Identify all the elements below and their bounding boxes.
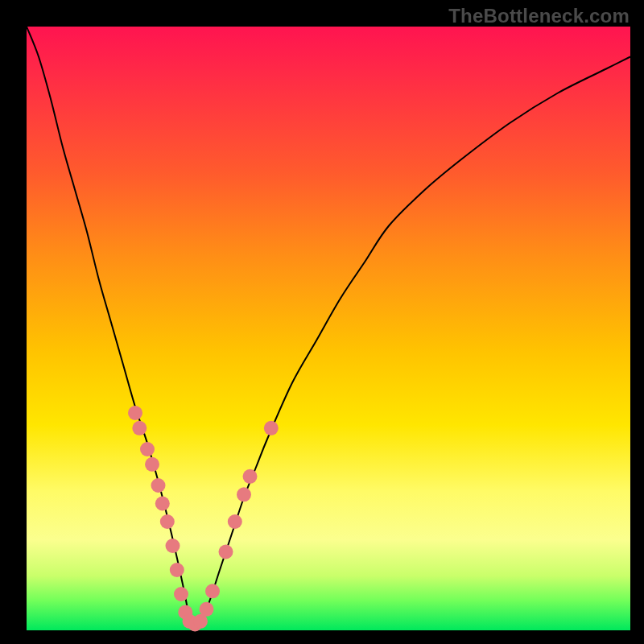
watermark-text: TheBottleneck.com [448,5,630,27]
sample-dot [237,487,251,502]
sample-dot [174,587,188,601]
sample-dot [166,539,180,553]
sample-dot [219,545,233,559]
chart-frame: TheBottleneck.com [0,0,644,644]
sample-dot [200,602,214,617]
sample-dot [155,497,170,511]
sample-dot [243,469,258,484]
bottleneck-curve [27,27,630,630]
sample-dot [132,421,147,436]
sample-dot [228,514,242,529]
sample-dot [205,584,220,598]
sample-dots-group [128,406,279,632]
sample-dot [145,457,159,472]
sample-dot [151,478,166,493]
sample-dot [140,442,155,456]
sample-dot [128,406,142,420]
sample-dot [264,421,279,436]
plot-area [27,27,630,630]
sample-dot [160,514,175,529]
curve-layer [27,27,630,630]
sample-dot [170,563,184,577]
